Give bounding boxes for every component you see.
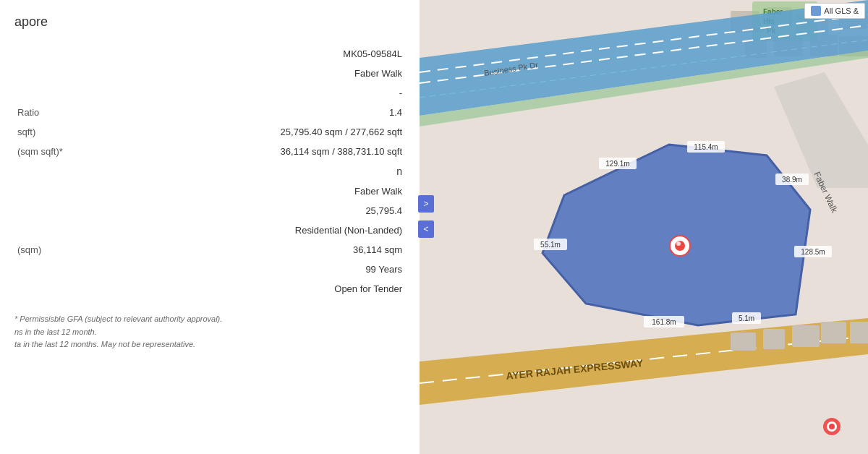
- table-row: Ratio 1.4: [14, 103, 405, 122]
- field-label: [14, 181, 190, 201]
- table-row: Faber Walk: [14, 181, 405, 201]
- footnotes: * Permissisble GFA (subject to relevant …: [14, 313, 405, 351]
- field-label: [14, 44, 190, 64]
- table-row: (sqm) 36,114 sqm: [14, 240, 405, 260]
- table-row: Faber Walk: [14, 64, 405, 83]
- sqm-label: (sqm): [14, 240, 190, 260]
- table-row: Open for Tender: [14, 279, 405, 299]
- ratio-label: Ratio: [14, 103, 190, 122]
- svg-text:115.4m: 115.4m: [694, 143, 718, 151]
- svg-rect-44: [792, 325, 820, 347]
- svg-text:55.1m: 55.1m: [540, 241, 561, 249]
- field-label: [14, 83, 190, 103]
- svg-rect-46: [850, 322, 868, 343]
- svg-rect-45: [821, 322, 846, 343]
- collapse-panel-button[interactable]: <: [418, 220, 434, 238]
- footnote-1: * Permissisble GFA (subject to relevant …: [14, 313, 405, 326]
- svg-rect-42: [731, 333, 756, 351]
- table-row: -: [14, 83, 405, 103]
- field-value: 25,795.4: [190, 201, 405, 220]
- expand-panel-button[interactable]: >: [418, 195, 434, 213]
- sqft-value: 25,795.40 sqm / 277,662 sqft: [190, 122, 405, 142]
- svg-point-41: [676, 241, 681, 246]
- svg-point-49: [829, 424, 835, 429]
- field-label: [14, 279, 190, 299]
- all-gls-badge[interactable]: All GLS &: [804, 3, 865, 19]
- table-row: (sqm sqft)* 36,114 sqm / 388,731.10 sqft: [14, 142, 405, 161]
- field-value: -: [190, 83, 405, 103]
- sqft-label: sqft): [14, 122, 190, 142]
- map-svg: Faber Hts Pk Business Pk Dr AYER RAJAH E…: [420, 0, 868, 454]
- gls-color-icon: [811, 6, 821, 16]
- svg-text:128.5m: 128.5m: [801, 248, 825, 256]
- field-value: Faber Walk: [190, 181, 405, 201]
- ratio-value: 1.4: [190, 103, 405, 122]
- info-table: MK05-09584L Faber Walk - Ratio 1.4 sqft)…: [14, 44, 405, 299]
- section-header: n: [14, 161, 405, 181]
- svg-text:161.8m: 161.8m: [652, 318, 676, 326]
- field-label: [14, 64, 190, 83]
- svg-text:38.9m: 38.9m: [782, 176, 802, 184]
- table-row: MK05-09584L: [14, 44, 405, 64]
- location-title: apore: [14, 14, 405, 30]
- table-row: 25,795.4: [14, 201, 405, 220]
- footnote-3: ta in the last 12 months. May not be rep…: [14, 338, 405, 351]
- all-gls-label: All GLS &: [824, 7, 859, 15]
- field-label: [14, 220, 190, 240]
- field-value: 99 Years: [190, 260, 405, 279]
- field-value: Residential (Non-Landed): [190, 220, 405, 240]
- field-label: [14, 201, 190, 220]
- field-value: Open for Tender: [190, 279, 405, 299]
- svg-text:129.1m: 129.1m: [605, 160, 629, 168]
- field-value: MK05-09584L: [190, 44, 405, 64]
- section-header-row: n: [14, 161, 405, 181]
- field-value: Faber Walk: [190, 64, 405, 83]
- svg-rect-43: [763, 329, 785, 349]
- map-panel: All GLS & Faber Hts Pk Business Pk Dr: [420, 0, 868, 454]
- table-row: Residential (Non-Landed): [14, 220, 405, 240]
- sqm-label: (sqm sqft)*: [14, 142, 190, 161]
- sqm-value: 36,114 sqm / 388,731.10 sqft: [190, 142, 405, 161]
- field-label: [14, 260, 190, 279]
- footnote-2: ns in the last 12 month.: [14, 326, 405, 339]
- table-row: 99 Years: [14, 260, 405, 279]
- table-row: sqft) 25,795.40 sqm / 277,662 sqft: [14, 122, 405, 142]
- sqm-value: 36,114 sqm: [190, 240, 405, 260]
- left-panel: apore MK05-09584L Faber Walk - Ratio 1.4…: [0, 0, 420, 454]
- svg-text:5.1m: 5.1m: [739, 314, 754, 322]
